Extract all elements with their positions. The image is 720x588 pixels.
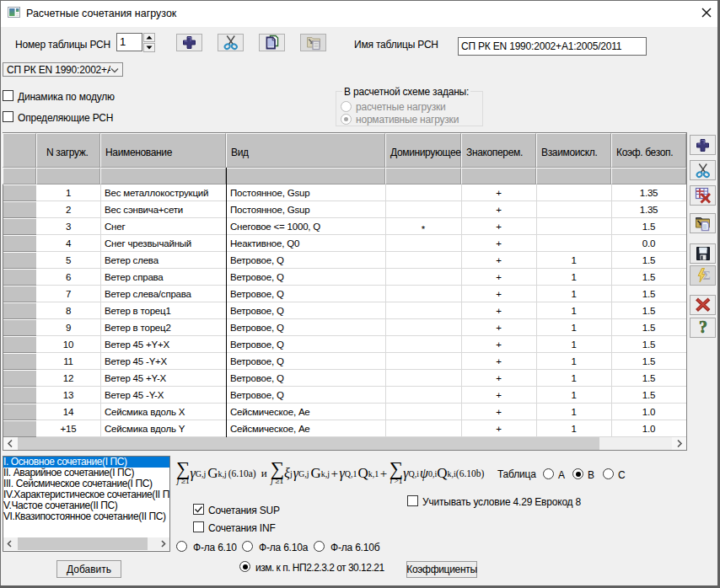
svg-text:Σ: Σ	[702, 270, 710, 282]
svg-text:?: ?	[699, 319, 707, 336]
